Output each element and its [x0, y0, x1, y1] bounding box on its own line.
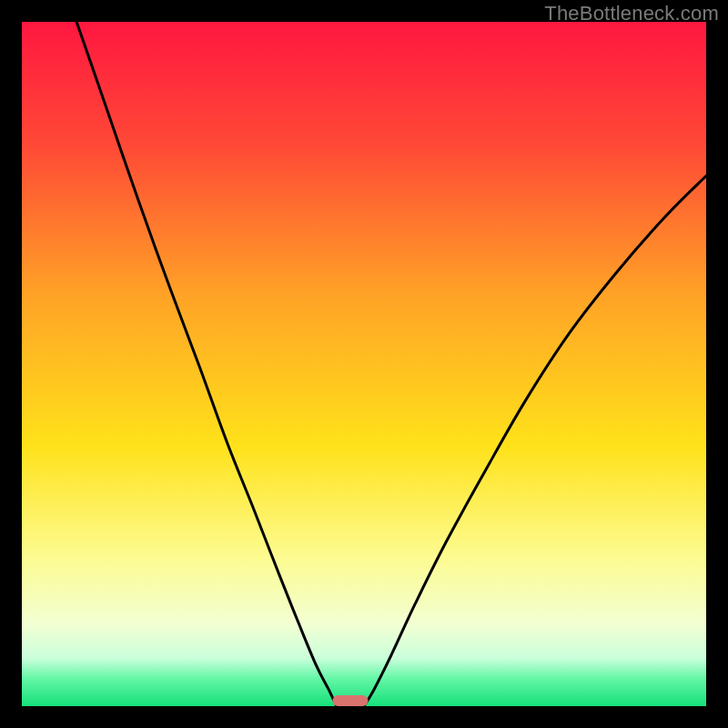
chart-frame	[22, 22, 706, 706]
bottleneck-chart	[22, 22, 706, 706]
ideal-marker	[332, 695, 368, 706]
watermark-text: TheBottleneck.com	[544, 2, 719, 25]
gradient-background	[22, 22, 706, 706]
